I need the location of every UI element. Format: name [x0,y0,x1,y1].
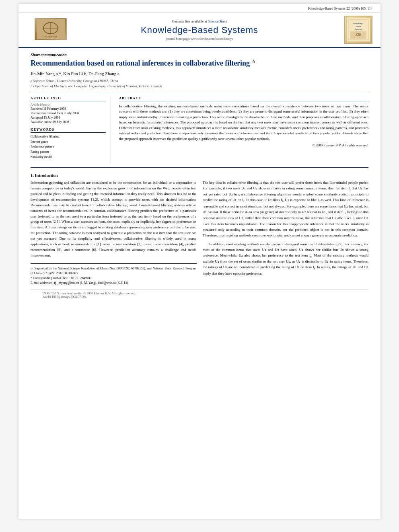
journal-logo-area: Knowledge- Based Systems KBS [324,16,372,44]
copyright: © 2008 Elsevier B.V. All rights reserved… [119,143,368,147]
keyword-1: Collaborative filtering [31,134,106,140]
page: Knowledge-Based Systems 22 (2009) 105–11… [19,4,380,519]
elsevier-logo: ELSEVIER [27,18,75,41]
intro-para-1: Information gathering and utilization ar… [31,180,197,259]
abstract-text: In collaborative filtering, the existing… [119,104,368,142]
svg-text:KBS: KBS [355,33,361,37]
journal-logo: Knowledge- Based Systems KBS [344,16,372,44]
footnote-corresponding: * Corresponding author. Tel.: +86 731 86… [31,276,197,281]
keywords-section: Keywords Collaborative filtering Interes… [31,128,106,160]
footnote-star: ☆ Supported by the National Science Foun… [31,266,197,276]
elsevier-logo-area: ELSEVIER [27,18,75,41]
abstract-label: Abstract [119,97,368,101]
main-content: Information gathering and utilization ar… [31,180,368,286]
article-type: Short communication [31,53,368,57]
sciencedirect-text: Contents lists available at ScienceDirec… [75,19,324,23]
main-left-column: Information gathering and utilization ar… [31,180,197,286]
footnotes: ☆ Supported by the National Science Foun… [31,263,197,286]
keyword-3: Preference pattern [31,144,106,150]
sciencedirect-link[interactable]: ScienceDirect [208,19,227,23]
available-date: Available online 19 July 2008 [31,120,106,124]
keywords-list: Collaborative filtering Interest genre P… [31,134,106,160]
affiliations: a Software School, Hunan University, Cha… [31,78,368,89]
accepted-date: Accepted 13 July 2008 [31,116,106,119]
affiliation-b: b Department of Electrical and Computer … [31,84,368,89]
svg-text:Systems: Systems [355,28,362,30]
article-info: Article info Article history: Received 1… [31,97,111,164]
footer-doi: doi:10.1016/j.knosys.2008.07.004 [43,295,356,299]
main-right-column: The key idea in collaborative filtering … [203,180,369,286]
svg-text:Based: Based [356,25,361,27]
abstract-section: Abstract In collaborative filtering, the… [117,97,368,164]
authors: Jin-Min Yang a,*, Kin Fun Li b, Da-Fang … [31,71,368,76]
intro-heading: 1. Introduction [31,173,368,178]
journal-header-center: Contents lists available at ScienceDirec… [75,19,324,41]
history-label: Article history: [31,103,106,107]
journal-reference: Knowledge-Based Systems 22 (2009) 105–11… [19,4,380,12]
title-star: ☆ [252,59,255,64]
received-date: Received 11 February 2008 [31,107,106,111]
journal-title: Knowledge-Based Systems [75,25,324,35]
journal-header: ELSEVIER Contents lists available at Sci… [19,12,380,48]
info-abstract-section: Article info Article history: Received 1… [31,93,368,168]
keyword-5: Similarity model [31,155,106,160]
svg-text:ELSEVIER: ELSEVIER [44,35,57,38]
keyword-4: Rating pattern [31,150,106,155]
revised-date: Received in revised form 9 July 2008 [31,111,106,115]
keyword-2: Interest genre [31,140,106,145]
elsevier-graphic: ELSEVIER [35,18,67,40]
journal-ref-text: Knowledge-Based Systems 22 (2009) 105–11… [308,6,372,10]
footer-issn: 0950-7051/$ – see front matter © 2008 El… [43,292,356,295]
article-info-label: Article info [31,97,106,101]
journal-homepage: journal homepage: www.elsevier.com/locat… [75,37,324,41]
article-body: Short communication Recommendation based… [19,48,380,308]
footer-bar: 0950-7051/$ – see front matter © 2008 El… [31,290,368,300]
footnote-email: E-mail addresses: rj_jmyang@hnu.cn (J.-M… [31,281,197,286]
keywords-label: Keywords [31,128,106,133]
article-title: Recommendation based on rational inferen… [31,59,368,68]
right-para-2: In addition, most existing methods are a… [203,242,369,277]
right-para-1: The key idea in collaborative filtering … [203,180,369,238]
svg-text:Knowledge-: Knowledge- [354,23,364,25]
affiliation-a: a Software School, Hunan University, Cha… [31,78,368,84]
article-history: Article info Article history: Received 1… [31,97,106,124]
